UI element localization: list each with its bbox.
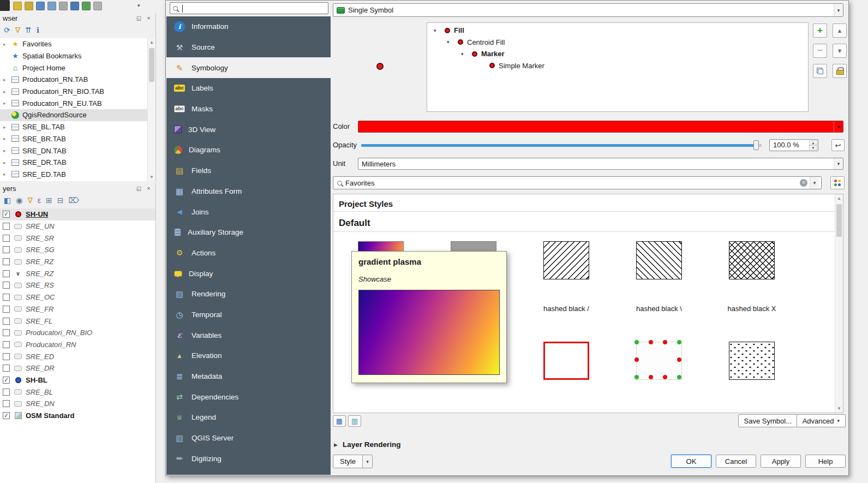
- layer-item[interactable]: SRE_FL: [0, 315, 155, 327]
- layer-item[interactable]: SRE_RZ: [0, 267, 155, 279]
- duplicate-symbol-layer-button[interactable]: [813, 64, 827, 78]
- sidebar-item-information[interactable]: i Information: [166, 16, 331, 37]
- expand-arrow-icon[interactable]: ▸: [3, 171, 10, 177]
- sidebar-item-dependencies[interactable]: ⇄ Dependencies: [166, 386, 331, 407]
- style-item[interactable]: [613, 342, 705, 405]
- sidebar-item-attributes-form[interactable]: ▦ Attributes Form: [166, 181, 331, 202]
- layer-checkbox[interactable]: [3, 365, 10, 372]
- layer-checkbox[interactable]: [3, 412, 10, 419]
- sidebar-item-symbology[interactable]: ✎ Symbology: [166, 57, 331, 78]
- style-item[interactable]: [705, 342, 798, 405]
- expand-arrow-icon[interactable]: ▸: [3, 41, 10, 47]
- chevron-down-icon[interactable]: [834, 121, 843, 132]
- style-panel-scrollbar[interactable]: ▲ ▼: [835, 194, 843, 413]
- layer-item[interactable]: SRE_DR: [0, 362, 155, 374]
- symbol-tree-row[interactable]: ▾ Centroid Fill: [427, 37, 808, 49]
- diagram-options-icon[interactable]: [36, 2, 45, 10]
- move-down-button[interactable]: [833, 44, 847, 58]
- filter-legend-icon[interactable]: ∇: [27, 196, 32, 204]
- style-marker-outline-dots[interactable]: [636, 342, 682, 380]
- scrollbar-thumb[interactable]: [149, 48, 154, 82]
- browser-item[interactable]: ▸ Producatori_RN_BIO.TAB: [0, 86, 155, 98]
- style-hashed-black-slash[interactable]: [543, 241, 589, 279]
- layer-checkbox[interactable]: [3, 258, 10, 265]
- scroll-up-icon[interactable]: ▲: [148, 38, 155, 46]
- sidebar-item-metadata[interactable]: ≣ Metadata: [166, 366, 331, 387]
- sidebar-item-auxiliary-storage[interactable]: Auxiliary Storage: [166, 222, 331, 243]
- sidebar-item-fields[interactable]: ▤ Fields: [166, 160, 331, 181]
- slider-track[interactable]: [361, 144, 762, 147]
- layer-item[interactable]: SH-BL: [0, 374, 155, 386]
- spin-up-icon[interactable]: ▲: [809, 140, 817, 145]
- style-item[interactable]: hashed black \: [613, 241, 705, 313]
- unit-select[interactable]: Millimeters: [358, 158, 843, 170]
- style-dotted-black[interactable]: [729, 342, 775, 380]
- cancel-button[interactable]: Cancel: [716, 455, 756, 468]
- expand-arrow-icon[interactable]: ▾: [447, 39, 458, 45]
- layer-checkbox[interactable]: [3, 306, 10, 313]
- float-panel-icon[interactable]: ◱: [135, 14, 143, 22]
- browser-scrollbar[interactable]: ▲ ▼: [147, 38, 155, 181]
- expand-arrow-icon[interactable]: ▸: [3, 77, 10, 82]
- style-item[interactable]: hashed black /: [520, 241, 613, 313]
- expand-all-icon[interactable]: ⊞: [46, 196, 52, 204]
- sidebar-item-legend[interactable]: ≡ Legend: [166, 407, 331, 428]
- renderer-select[interactable]: Single Symbol: [333, 3, 843, 17]
- layer-item[interactable]: SRE_UN: [0, 220, 155, 232]
- chevron-down-icon[interactable]: [834, 4, 843, 16]
- help-button[interactable]: Help: [805, 455, 846, 468]
- expand-arrow-icon[interactable]: ▾: [461, 51, 472, 57]
- toolbar-overflow-caret[interactable]: ▾: [137, 3, 140, 8]
- new-bookmark-icon[interactable]: [59, 2, 68, 10]
- sidebar-item-actions[interactable]: ⚙ Actions: [166, 243, 331, 264]
- sidebar-item-diagrams[interactable]: Diagrams: [166, 140, 331, 160]
- add-symbol-layer-button[interactable]: [813, 23, 827, 38]
- layer-item[interactable]: SRE_SG: [0, 244, 155, 256]
- expand-arrow-icon[interactable]: ▸: [3, 89, 10, 94]
- layer-checkbox[interactable]: [3, 223, 10, 230]
- browser-item[interactable]: ▸ SRE_DR.TAB: [0, 157, 155, 169]
- layer-label-options-icon[interactable]: [25, 2, 33, 10]
- toolbar-extra-icon[interactable]: [93, 2, 102, 10]
- browser-item[interactable]: ▸ Producatori_RN_EU.TAB: [0, 97, 155, 109]
- close-panel-icon[interactable]: ×: [145, 184, 153, 192]
- layer-item[interactable]: SRE_BL: [0, 386, 155, 398]
- browser-item[interactable]: ▸ SRE_BR.TAB: [0, 133, 155, 145]
- style-manager-button[interactable]: [830, 176, 845, 189]
- opacity-spinbox[interactable]: 100.0 % ▲▼: [769, 139, 818, 151]
- layer-rendering-section[interactable]: ▶ Layer Rendering: [334, 440, 400, 449]
- layer-checkbox[interactable]: [3, 235, 10, 242]
- collapsed-arrow-icon[interactable]: ▶: [334, 442, 338, 448]
- layer-item[interactable]: SRE_RS: [0, 279, 155, 291]
- remove-symbol-layer-button[interactable]: [813, 44, 827, 58]
- chevron-down-icon[interactable]: [810, 177, 819, 189]
- lock-colors-button[interactable]: [833, 64, 847, 78]
- sidebar-item-display[interactable]: Display: [166, 263, 331, 284]
- slider-thumb[interactable]: [753, 140, 759, 150]
- browser-item[interactable]: Project Home: [0, 62, 155, 74]
- symbol-tree-row[interactable]: Simple Marker: [427, 60, 808, 72]
- layer-checkbox[interactable]: [3, 246, 10, 253]
- measure-icon[interactable]: [82, 2, 91, 10]
- layer-item[interactable]: SRE_SR: [0, 232, 155, 244]
- properties-search-input[interactable]: [181, 4, 325, 13]
- scroll-up-icon[interactable]: ▲: [835, 194, 843, 202]
- layer-checkbox[interactable]: [3, 353, 10, 360]
- layer-item[interactable]: SRE_ED: [0, 350, 155, 362]
- label-tool-icon[interactable]: [13, 2, 22, 10]
- ok-button[interactable]: OK: [671, 455, 711, 468]
- scrollbar-thumb[interactable]: [836, 204, 842, 237]
- layer-item[interactable]: OSM Standard: [0, 410, 155, 422]
- layer-checkbox[interactable]: [3, 294, 10, 301]
- clear-filter-icon[interactable]: ×: [800, 179, 807, 187]
- layer-item[interactable]: SRE_DN: [0, 398, 155, 410]
- apply-button[interactable]: Apply: [761, 455, 801, 468]
- sidebar-item-elevation[interactable]: ▲ Elevation: [166, 345, 331, 366]
- properties-widget-icon[interactable]: ℹ: [37, 26, 39, 34]
- symbol-tree-row[interactable]: ▾ Fill: [427, 25, 808, 37]
- browser-item[interactable]: Spatial Bookmarks: [0, 50, 155, 62]
- style-red-outline[interactable]: [543, 342, 589, 380]
- layer-checkbox[interactable]: [3, 329, 10, 336]
- style-menu-label[interactable]: Style: [333, 455, 363, 468]
- refresh-icon[interactable]: ⟳: [4, 26, 10, 34]
